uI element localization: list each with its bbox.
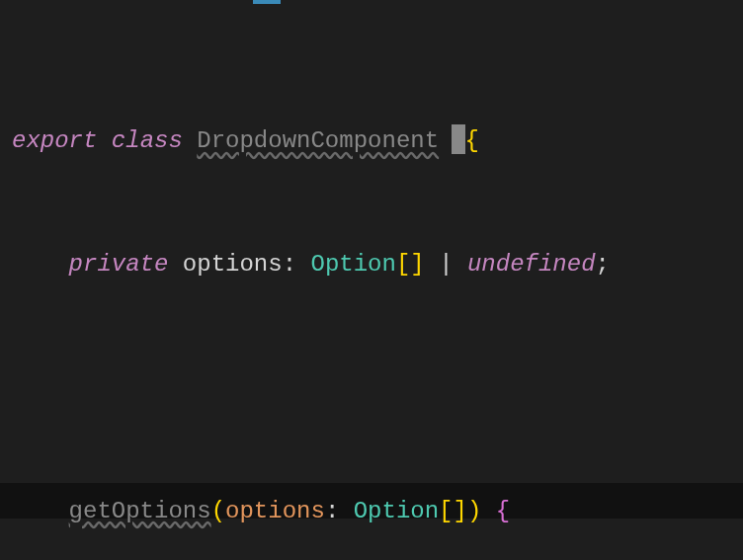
open-brace: { bbox=[465, 127, 479, 154]
open-paren: ( bbox=[211, 498, 225, 524]
type-option: Option bbox=[354, 498, 439, 524]
keyword-private: private bbox=[69, 251, 169, 278]
type-option: Option bbox=[310, 251, 395, 278]
close-paren: ) bbox=[467, 498, 481, 524]
array-brackets: [] bbox=[439, 498, 467, 524]
open-brace: { bbox=[496, 498, 510, 524]
code-line-blank[interactable] bbox=[12, 358, 743, 419]
keyword-undefined: undefined bbox=[467, 251, 596, 278]
class-identifier: DropdownComponent bbox=[197, 127, 439, 154]
param-name: options bbox=[225, 498, 325, 524]
union-pipe: | bbox=[439, 251, 453, 278]
colon: : bbox=[283, 251, 296, 278]
semicolon: ; bbox=[596, 251, 610, 278]
colon: : bbox=[325, 498, 339, 524]
array-brackets: [] bbox=[396, 251, 425, 278]
code-line-1[interactable]: export class DropdownComponent { bbox=[12, 111, 743, 172]
keyword-export: export bbox=[12, 127, 97, 154]
code-editor[interactable]: export class DropdownComponent { private… bbox=[0, 0, 743, 560]
keyword-class: class bbox=[112, 127, 183, 154]
method-identifier: getOptions bbox=[69, 498, 211, 524]
code-line-2[interactable]: private options: Option[] | undefined; bbox=[12, 234, 743, 295]
code-line-3[interactable]: getOptions(options: Option[]) { bbox=[12, 481, 743, 542]
property-name: options bbox=[183, 251, 283, 278]
cursor-indicator bbox=[452, 124, 465, 154]
